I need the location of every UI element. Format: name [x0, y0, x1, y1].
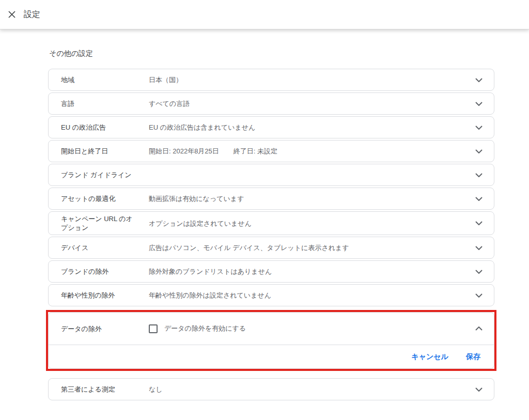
row-age-gender-exclusions[interactable]: 年齢や性別の除外 年齢や性別の除外は設定されていません [48, 284, 494, 306]
section-title: その他の設定 [49, 49, 494, 58]
settings-content: その他の設定 地域 日本（国） 言語 すべての言語 EU の政治広告 EU の政… [48, 49, 494, 400]
row-data-exclusion-header[interactable]: データの除外 データの除外を有効にする [49, 313, 494, 345]
row-value: 動画拡張は有効になっています [149, 194, 244, 203]
chevron-down-icon[interactable] [469, 221, 483, 225]
chevron-down-icon[interactable] [469, 197, 483, 201]
row-value: 日本（国） [149, 75, 182, 84]
row-brand-exclusions[interactable]: ブランドの除外 除外対象のブランドリストはありません [48, 260, 494, 283]
chevron-down-icon[interactable] [469, 78, 483, 82]
row-label: 言語 [61, 99, 138, 108]
row-value: EU の政治広告は含まれていません [149, 123, 255, 132]
row-label: ブランドの除外 [61, 267, 138, 276]
row-label: ブランド ガイドライン [61, 170, 138, 179]
row-devices[interactable]: デバイス 広告はパソコン、モバイル デバイス、タブレットに表示されます [48, 237, 494, 259]
row-label: 開始日と終了日 [61, 147, 138, 155]
cancel-button[interactable]: キャンセル [411, 352, 448, 362]
row-asset-optimization[interactable]: アセットの最適化 動画拡張は有効になっています [48, 188, 494, 210]
row-label: 地域 [61, 75, 138, 84]
chevron-down-icon[interactable] [469, 173, 483, 177]
row-start-end-date[interactable]: 開始日と終了日 開始日: 2022年8月25日 終了日: 未設定 [48, 140, 494, 162]
row-value-start-date: 開始日: 2022年8月25日 [149, 147, 219, 155]
close-icon[interactable] [4, 7, 20, 22]
chevron-down-icon[interactable] [469, 149, 483, 153]
row-value: なし [149, 385, 163, 394]
row-value: 除外対象のブランドリストはありません [149, 267, 272, 276]
row-value: すべての言語 [149, 99, 190, 108]
row-label: デバイス [61, 243, 138, 252]
row-language[interactable]: 言語 すべての言語 [48, 92, 494, 115]
annotation-highlight-box: データの除外 データの除外を有効にする キャンセル 保存 [46, 310, 496, 371]
row-label: アセットの最適化 [61, 194, 138, 203]
page-title: 設定 [24, 9, 40, 20]
row-label: EU の政治広告 [61, 123, 138, 132]
data-exclusion-checkbox-label: データの除外を有効にする [164, 324, 246, 333]
row-value-end-date: 終了日: 未設定 [234, 147, 277, 155]
chevron-down-icon[interactable] [469, 270, 483, 274]
chevron-down-icon[interactable] [469, 293, 483, 298]
row-third-party-measurement[interactable]: 第三者による測定 なし [48, 378, 494, 400]
row-label: 年齢や性別の除外 [61, 291, 138, 300]
row-eu-political-ads[interactable]: EU の政治広告 EU の政治広告は含まれていません [48, 116, 494, 138]
data-exclusion-checkbox-wrap[interactable]: データの除外を有効にする [149, 324, 246, 333]
chevron-down-icon[interactable] [469, 102, 483, 106]
row-value: 広告はパソコン、モバイル デバイス、タブレットに表示されます [149, 243, 349, 252]
row-label: 第三者による測定 [61, 385, 138, 394]
row-region[interactable]: 地域 日本（国） [48, 69, 494, 91]
row-value: 年齢や性別の除外は設定されていません [149, 291, 271, 300]
chevron-up-icon[interactable] [469, 326, 483, 331]
row-campaign-url-options[interactable]: キャンペーン URL のオプション オプションは設定されていません [48, 211, 494, 235]
row-data-exclusion-expanded: データの除外 データの除外を有効にする キャンセル 保存 [48, 312, 494, 369]
chevron-down-icon[interactable] [469, 387, 483, 392]
row-brand-guidelines[interactable]: ブランド ガイドライン [48, 164, 494, 186]
row-label: データの除外 [61, 324, 138, 333]
save-button[interactable]: 保存 [466, 352, 480, 362]
row-value: オプションは設定されていません [149, 219, 252, 228]
row-data-exclusion-footer: キャンセル 保存 [49, 345, 494, 368]
chevron-down-icon[interactable] [469, 246, 483, 250]
chevron-down-icon[interactable] [469, 126, 483, 130]
data-exclusion-checkbox[interactable] [149, 324, 158, 333]
row-label: キャンペーン URL のオプション [61, 214, 138, 232]
settings-dialog-header: 設定 [0, 0, 529, 29]
